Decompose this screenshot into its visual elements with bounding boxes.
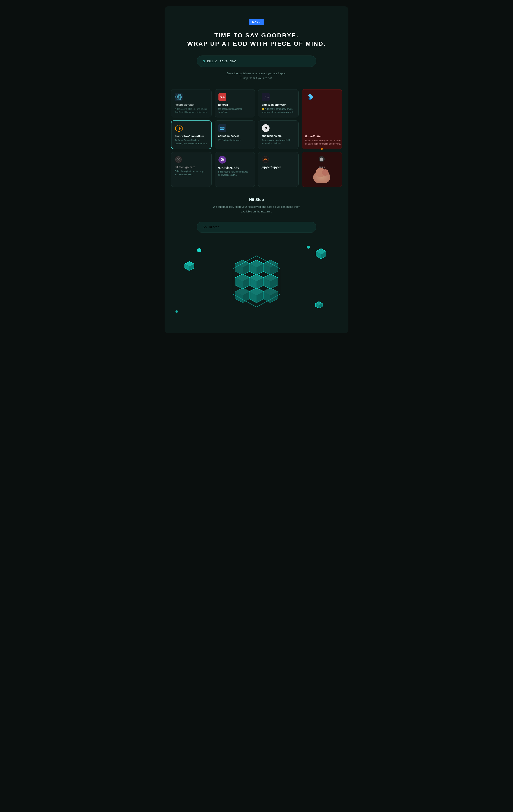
build-stop-command: $ build stop [197,222,316,233]
card-go-zero[interactable]: tal-tech/go-zero Build blazing fast, mod… [171,152,212,187]
card-react-title: facebook/react [174,103,208,106]
go-zero-icon [174,156,182,163]
card-react-desc: A declarative, efficient, and flexible J… [174,107,208,114]
card-code-server[interactable]: ⌨ cdr/code-server VS Code in the browser [215,120,255,149]
dollar-sign: $ [203,59,205,63]
apple-icon [318,156,325,164]
central-cube-cluster [229,254,284,310]
card-ansible[interactable]: ⍺ ansible/ansible Ansible is a radically… [258,120,299,149]
save-button[interactable]: SAVE [249,19,264,25]
hit-stop-section: Hit Stop We automatically keep your file… [171,198,342,214]
card-go-zero-desc: Build blazing fast, modern apps and webs… [174,170,208,176]
vscode-icon: ⌨ [218,124,226,132]
hit-stop-desc-line2: available on the next run. [241,210,272,213]
save-desc-line1: Save the containers at anytime if you ar… [227,72,286,75]
float-cube-medium-br [315,301,323,310]
card-gatsby[interactable]: G gatsbyjs/gatsby Build blazing fast, mo… [215,152,255,187]
card-ansible-title: ansible/ansible [262,134,295,138]
card-ohmyzsh[interactable]: ~/.zsh ohmyzsh/ohmyzsh 🙃 A delightful co… [258,89,299,117]
card-flutter[interactable]: flutter/flutter Flutter makes it easy an… [302,89,342,149]
gatsby-logo: G [218,156,226,164]
svg-marker-20 [197,248,201,252]
float-cube-tiny-bl [175,310,178,314]
ansible-logo: ⍺ [262,124,270,132]
card-tensorflow-title: tensorflow/tensorflow [175,135,208,138]
card-apple[interactable]: apple [302,152,342,187]
cards-grid: facebook/react A declarative, efficient,… [171,89,342,187]
card-code-server-title: cdr/code-server [218,134,251,138]
build-save-command: $ build save dev [197,56,316,67]
zsh-icon: ~/.zsh [262,93,270,101]
card-flutter-desc: Flutter makes it easy and fast to build … [305,139,342,145]
card-go-zero-title: tal-tech/go-zero [174,166,208,169]
card-flutter-title: flutter/flutter [305,135,342,138]
float-cube-tiny-tr [306,245,310,250]
svg-marker-34 [176,310,178,313]
card-ohmyzsh-desc: 🙃 A delightful community-driven framewor… [262,107,295,114]
cloud-decoration [313,171,330,183]
npm-logo: npm [218,93,226,101]
gatsby-icon: G [218,156,226,164]
svg-point-3 [178,96,179,97]
hit-stop-title: Hit Stop [171,198,342,202]
page-wrapper: SAVE TIME TO SAY GOODBYE. WRAP UP AT EOD… [165,6,348,333]
card-ohmyzsh-title: ohmyzsh/ohmyzsh [262,103,295,106]
hit-stop-desc-line1: We automatically keep your files saved a… [213,205,300,208]
card-code-server-desc: VS Code in the browser [218,139,251,142]
jupyter-icon [262,156,269,163]
tensorflow-icon: TF [175,124,183,133]
card-jupyter[interactable]: jupyter/jupyter [258,152,299,187]
hit-stop-desc: We automatically keep your files saved a… [171,205,342,214]
card-jupyter-title: jupyter/jupyter [262,166,295,169]
float-cube-medium-l [184,260,195,272]
cubes-section [171,243,342,320]
float-cube-small-tl [197,248,202,254]
card-ansible-desc: Ansible is a radically simple IT automat… [262,139,295,145]
card-tensorflow[interactable]: TF tensorflow/tensorflow An Open Source … [171,120,212,149]
svg-text:~/.zsh: ~/.zsh [263,96,269,99]
flutter-icon [305,93,315,103]
svg-point-15 [178,159,179,160]
svg-text:⌨: ⌨ [220,126,225,130]
save-description: Save the containers at anytime if you ar… [171,71,342,81]
stop-dollar-sign: $ [203,225,205,229]
svg-marker-25 [307,246,310,249]
svg-text:TF: TF [177,126,182,130]
ansible-icon: ⍺ [262,124,270,132]
headline-line2: WRAP UP AT EOD WITH PIECE OF MIND. [187,40,326,47]
react-icon [174,93,183,101]
headline-line1: TIME TO SAY GOODBYE. [214,32,299,39]
command-text: build save dev [207,59,236,63]
card-npm-desc: the package manager for JavaScript [218,107,251,114]
card-npm-title: npm/cli [218,103,251,106]
card-npm[interactable]: npm npm/cli the package manager for Java… [215,89,255,117]
connector-dot [321,148,323,150]
npm-icon: npm [218,93,226,101]
card-gatsby-title: gatsbyjs/gatsby [218,166,251,169]
float-cube-large-tr [315,248,327,260]
stop-command-text: build stop [205,225,219,229]
save-desc-line2: Dump them if you are not. [240,77,273,80]
card-gatsby-desc: Build blazing fast, modern apps and webs… [218,170,251,177]
card-tensorflow-desc: An Open Source Machine Learning Framewor… [175,139,208,145]
headline: TIME TO SAY GOODBYE. WRAP UP AT EOD WITH… [171,31,342,48]
card-react[interactable]: facebook/react A declarative, efficient,… [171,89,212,117]
